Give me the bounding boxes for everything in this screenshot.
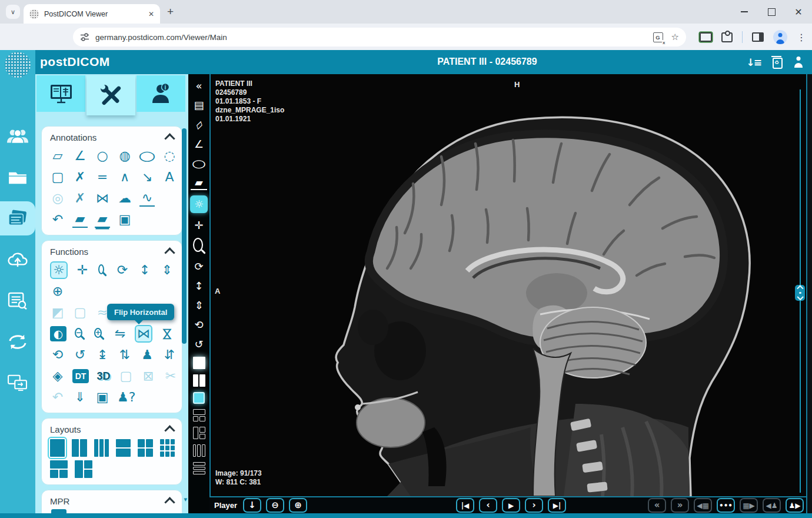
current-layout-button[interactable]	[193, 392, 205, 404]
collapse-toolbar-button[interactable]: «	[191, 79, 207, 93]
close-window-button[interactable]: ✕	[785, 0, 812, 24]
layout-1x1-button[interactable]	[193, 357, 205, 369]
collapse-vertical-button[interactable]: ⇅	[117, 347, 132, 363]
collapse-functions-icon[interactable]	[164, 247, 175, 258]
close-tab-icon[interactable]: ✕	[148, 10, 154, 18]
eraser-tool-button[interactable]: ▰	[191, 176, 207, 190]
layout-3x3-button[interactable]	[160, 439, 175, 457]
collapse-annotations-icon[interactable]	[164, 133, 175, 144]
invert-button[interactable]: ◐	[50, 326, 66, 341]
layout-1left-2right-button[interactable]	[193, 427, 205, 439]
closed-region-tool[interactable]: ☁	[117, 191, 132, 207]
arrow-tool[interactable]: ↘	[139, 170, 155, 185]
rotate-button[interactable]: ⟳	[191, 260, 207, 274]
erase-annotation-button[interactable]: ▰	[72, 212, 88, 228]
freehand-roi-tool[interactable]: ◌	[162, 148, 177, 164]
url-text[interactable]: germany.postdicom.com/Viewer/Main	[95, 33, 647, 42]
tag-button[interactable]: ◈	[50, 368, 65, 384]
mpr-layout-button[interactable]	[51, 509, 66, 513]
decrease-speed-button[interactable]: ⊖	[266, 498, 284, 513]
angle-tool[interactable]: ∠	[72, 148, 88, 164]
ellipse-roi-tool[interactable]: ○	[135, 148, 159, 164]
rail-item-share-screens[interactable]	[0, 366, 35, 400]
erase-all-annotations-button[interactable]: ▰	[95, 212, 110, 228]
tab-series-view[interactable]	[36, 75, 85, 112]
bookmark-star-icon[interactable]: ☆	[671, 32, 679, 42]
save-annotation-button[interactable]: ▣	[117, 212, 132, 228]
tab-patient-info[interactable]: i	[137, 75, 185, 112]
collapse-layouts-icon[interactable]	[164, 425, 175, 436]
probe-bone-button[interactable]: ✂	[163, 368, 178, 384]
angle-tool-button[interactable]: ∠	[191, 137, 207, 151]
cobb-angle-tool[interactable]: ⋈	[95, 191, 110, 207]
parallel-lines-tool[interactable]: =	[95, 170, 110, 185]
localizer-tool[interactable]: ⊕	[50, 284, 65, 300]
image-viewport[interactable]: PATIENT III 02456789 01.01.1853 - F dzne…	[209, 74, 806, 496]
layout-1x2-button[interactable]	[193, 374, 205, 387]
tune-icon[interactable]	[80, 33, 89, 41]
tab-tools[interactable]	[86, 75, 135, 115]
undo-annotation-button[interactable]: ↶	[50, 212, 65, 228]
spline-wave-tool[interactable]: ∿	[139, 191, 155, 207]
sort-series-icon[interactable]: ↓≡	[747, 57, 761, 68]
select-cross-button[interactable]: ⊠	[141, 368, 156, 384]
layout-rows-button[interactable]	[193, 462, 205, 474]
rail-item-folders[interactable]	[0, 160, 35, 194]
series-scroll-handle[interactable]	[795, 285, 805, 301]
layout-1x2-button[interactable]	[72, 439, 86, 457]
minimize-window-button[interactable]	[731, 0, 758, 24]
pan-button[interactable]: ✛	[191, 218, 207, 233]
layout-1left-2right-button[interactable]	[75, 460, 92, 478]
save-image-button[interactable]: ▣	[95, 390, 110, 406]
address-bar[interactable]: germany.postdicom.com/Viewer/Main G ☆	[73, 28, 686, 47]
roi-select-tool[interactable]: ▢	[72, 305, 88, 321]
zoom-out-button[interactable]: −	[75, 328, 82, 338]
layout-1top-2bottom-button[interactable]	[193, 409, 205, 421]
layout-1x3-button[interactable]	[193, 444, 205, 457]
reset-button[interactable]: ⟲	[191, 318, 207, 332]
reset-window-level-button[interactable]: ↺	[191, 337, 207, 351]
side-panel-icon[interactable]	[752, 32, 764, 42]
layout-1x1-button[interactable]	[50, 439, 65, 457]
next-series-button[interactable]: »	[671, 498, 689, 513]
probe-tool[interactable]: ◎	[50, 191, 65, 207]
zoom-tool[interactable]	[98, 264, 104, 274]
new-tab-button[interactable]: +	[167, 5, 174, 18]
rotate-flip-button[interactable]: ⇋	[112, 326, 128, 342]
extensions-icon[interactable]	[721, 32, 733, 42]
tab-search-button[interactable]: ∨	[6, 5, 20, 19]
sort-images-button[interactable]: ⇵	[162, 347, 177, 363]
play-button[interactable]: ▶	[502, 498, 520, 513]
next-grid-series-button[interactable]: ▦▶	[740, 498, 758, 513]
three-d-button[interactable]: 3D	[96, 368, 111, 384]
cross-lines-tool[interactable]: ✗	[72, 170, 88, 185]
previous-image-button[interactable]: ‹	[479, 498, 497, 513]
text-annotation-tool[interactable]: A	[162, 170, 177, 185]
rail-item-sync[interactable]	[0, 325, 35, 359]
reset-button[interactable]: ⟲	[50, 347, 65, 363]
select-dashed-button[interactable]: ▢	[118, 368, 134, 384]
stack-scroll-button[interactable]: ⇕	[191, 298, 207, 313]
patient-orientation-button[interactable]: ♟	[139, 347, 155, 363]
next-image-button[interactable]: ›	[525, 498, 543, 513]
ruler-tool[interactable]: ▱	[50, 148, 65, 164]
next-patient-button[interactable]: ♟▶	[786, 498, 804, 513]
window-level-button[interactable]: ☼	[190, 195, 208, 213]
panel-scroll-down-icon[interactable]: ▾	[184, 496, 187, 503]
previous-grid-series-button[interactable]: ◀▦	[694, 498, 712, 513]
stack-scroll-tool[interactable]: ⇕	[159, 263, 175, 278]
last-image-button[interactable]: ▶|	[548, 498, 566, 513]
previous-series-button[interactable]: «	[648, 498, 666, 513]
rotate-tool[interactable]: ⟳	[115, 263, 130, 278]
pan-tool[interactable]: ✛	[75, 263, 90, 278]
increase-speed-button[interactable]: ⊕	[289, 498, 307, 513]
first-image-button[interactable]: |◀	[456, 498, 474, 513]
previous-patient-button[interactable]: ◀♟	[763, 498, 781, 513]
rail-item-worklist-search[interactable]	[0, 284, 35, 318]
rail-item-upload[interactable]	[0, 243, 35, 277]
histogram-window-level-tool[interactable]: ◩	[50, 305, 65, 321]
profile-avatar[interactable]	[773, 30, 787, 44]
scroll-tool[interactable]: ↕	[137, 263, 152, 278]
flip-vertical-button[interactable]: ⋈	[159, 326, 175, 341]
translate-icon[interactable]: G	[653, 32, 663, 42]
